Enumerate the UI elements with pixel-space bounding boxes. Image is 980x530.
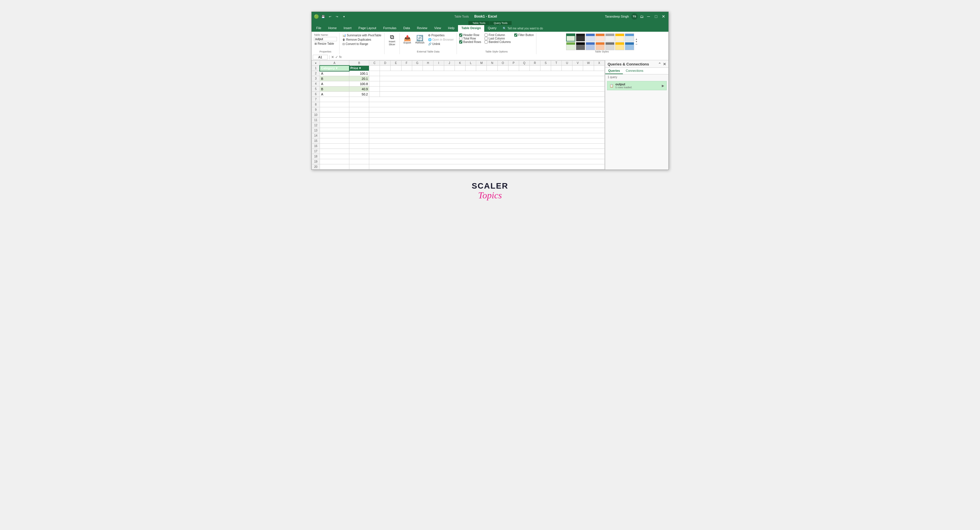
- queries-panel-expand-btn[interactable]: ⌃: [658, 62, 661, 66]
- cell-r1[interactable]: [530, 66, 540, 71]
- cell-o1[interactable]: [498, 66, 508, 71]
- query-item-arrow[interactable]: ▶: [662, 84, 664, 88]
- col-header-c[interactable]: C: [369, 60, 380, 66]
- select-all-btn[interactable]: ▼: [315, 62, 317, 65]
- cell-c3[interactable]: [369, 76, 380, 81]
- cell-a4[interactable]: A: [320, 81, 349, 86]
- col-header-k[interactable]: K: [455, 60, 466, 66]
- swatch-green-light[interactable]: [566, 33, 575, 41]
- cell-m1[interactable]: [476, 66, 487, 71]
- swatch-lightblue-1[interactable]: [625, 33, 634, 41]
- col-header-h[interactable]: H: [423, 60, 433, 66]
- col-header-j[interactable]: J: [444, 60, 455, 66]
- cell-j1[interactable]: [444, 66, 455, 71]
- tell-me-box[interactable]: 🔍 Tell me what you want to do: [503, 25, 543, 32]
- save-qat-btn[interactable]: 💾: [321, 14, 326, 19]
- cell-c2[interactable]: [369, 71, 380, 76]
- tab-page-layout[interactable]: Page Layout: [355, 25, 380, 32]
- cell-n1[interactable]: [487, 66, 498, 71]
- unlink-btn[interactable]: 🔗 Unlink: [428, 42, 454, 46]
- col-header-o[interactable]: O: [498, 60, 508, 66]
- context-tab-table-tools-btn[interactable]: Table Tools: [468, 21, 490, 25]
- cell-c1[interactable]: [369, 66, 380, 71]
- ribbon-display-btn[interactable]: 🗂: [640, 14, 644, 19]
- cell-k1[interactable]: [455, 66, 466, 71]
- banded-rows-checkbox[interactable]: Banded Rows: [459, 40, 481, 43]
- col-header-u[interactable]: U: [562, 60, 573, 66]
- cell-v1[interactable]: [573, 66, 583, 71]
- insert-function-icon[interactable]: fx: [339, 55, 342, 59]
- cell-c5[interactable]: [369, 86, 380, 92]
- cell-a3[interactable]: B: [320, 76, 349, 81]
- tab-formulas[interactable]: Formulas: [380, 25, 400, 32]
- cell-f1[interactable]: [401, 66, 412, 71]
- convert-to-range-btn[interactable]: ⊡ Convert to Range: [342, 42, 382, 46]
- tab-review[interactable]: Review: [413, 25, 431, 32]
- col-header-w[interactable]: W: [583, 60, 594, 66]
- cell-u1[interactable]: [562, 66, 573, 71]
- cell-p1[interactable]: [508, 66, 519, 71]
- cell-a1[interactable]: Category ▾: [320, 66, 349, 71]
- tab-data[interactable]: Data: [400, 25, 413, 32]
- insert-slicer-btn[interactable]: ⧉ InsertSlicer: [387, 33, 397, 47]
- col-header-f[interactable]: F: [401, 60, 412, 66]
- swatch-lightblue-2[interactable]: [625, 42, 634, 50]
- summarize-pivottable-btn[interactable]: 📊 Summarize with PivotTable: [342, 33, 382, 37]
- tab-home[interactable]: Home: [325, 25, 340, 32]
- refresh-btn[interactable]: 🔄 Refresh: [414, 33, 426, 46]
- styles-more-btn[interactable]: ═: [635, 43, 638, 46]
- cell-c4[interactable]: [369, 81, 380, 86]
- cell-c6[interactable]: [369, 92, 380, 97]
- header-row-checkbox[interactable]: Header Row: [459, 33, 481, 37]
- cell-s1[interactable]: [541, 66, 551, 71]
- query-item-output[interactable]: 📋 output 5 rows loaded. ▶: [607, 81, 667, 90]
- swatch-dark-2[interactable]: [576, 42, 585, 50]
- properties-btn[interactable]: ⚙ Properties: [428, 33, 454, 37]
- redo-qat-btn[interactable]: ↪: [334, 14, 340, 19]
- formula-input[interactable]: [343, 56, 667, 59]
- col-header-s[interactable]: S: [541, 60, 551, 66]
- cell-l1[interactable]: [466, 66, 476, 71]
- total-row-checkbox[interactable]: Total Row: [459, 37, 481, 40]
- cell-b1[interactable]: Price ▾: [349, 66, 369, 71]
- col-header-t[interactable]: T: [551, 60, 562, 66]
- cell-a6[interactable]: A: [320, 92, 349, 97]
- col-header-m[interactable]: M: [476, 60, 487, 66]
- table-name-input[interactable]: [314, 37, 337, 41]
- col-header-p[interactable]: P: [508, 60, 519, 66]
- cell-b6[interactable]: 50.2: [349, 92, 369, 97]
- queries-tab-connections[interactable]: Connections: [623, 68, 646, 74]
- cell-g1[interactable]: [412, 66, 423, 71]
- resize-table-btn[interactable]: ⊞ Resize Table: [314, 42, 337, 46]
- cancel-formula-icon[interactable]: ✕: [331, 55, 334, 59]
- col-header-v[interactable]: V: [573, 60, 583, 66]
- col-header-a[interactable]: A: [320, 60, 349, 66]
- export-btn[interactable]: 📤 Export: [402, 33, 412, 46]
- tab-help[interactable]: Help: [444, 25, 458, 32]
- styles-scroll-up[interactable]: ▲: [635, 38, 638, 40]
- open-in-browser-btn[interactable]: 🌐 Open in Browser: [428, 38, 454, 41]
- cell-w1[interactable]: [583, 66, 594, 71]
- cell-a5[interactable]: B: [320, 86, 349, 92]
- col-header-i[interactable]: I: [433, 60, 444, 66]
- cell-reference-box[interactable]: [313, 55, 328, 59]
- col-header-x[interactable]: X: [594, 60, 605, 66]
- banded-columns-checkbox[interactable]: Banded Columns: [485, 40, 511, 43]
- swatch-yellow-2[interactable]: [615, 42, 624, 50]
- cell-e1[interactable]: [391, 66, 401, 71]
- col-header-b[interactable]: B: [349, 60, 369, 66]
- undo-qat-btn[interactable]: ↩: [328, 14, 332, 19]
- col-header-r[interactable]: R: [530, 60, 540, 66]
- qat-dropdown[interactable]: ▾: [341, 14, 347, 19]
- filter-button-checkbox[interactable]: Filter Button: [514, 33, 534, 37]
- col-header-d[interactable]: D: [380, 60, 391, 66]
- swatch-gray-2[interactable]: [605, 42, 614, 50]
- tab-table-design[interactable]: Table Design: [458, 25, 485, 32]
- confirm-formula-icon[interactable]: ✓: [335, 55, 338, 59]
- cell-b4[interactable]: 100.8: [349, 81, 369, 86]
- col-header-q[interactable]: Q: [519, 60, 530, 66]
- context-tab-query-tools-btn[interactable]: Query Tools: [490, 21, 512, 25]
- tab-insert[interactable]: Insert: [340, 25, 355, 32]
- swatch-blue-1[interactable]: [586, 33, 595, 41]
- last-column-checkbox[interactable]: Last Column: [485, 37, 511, 40]
